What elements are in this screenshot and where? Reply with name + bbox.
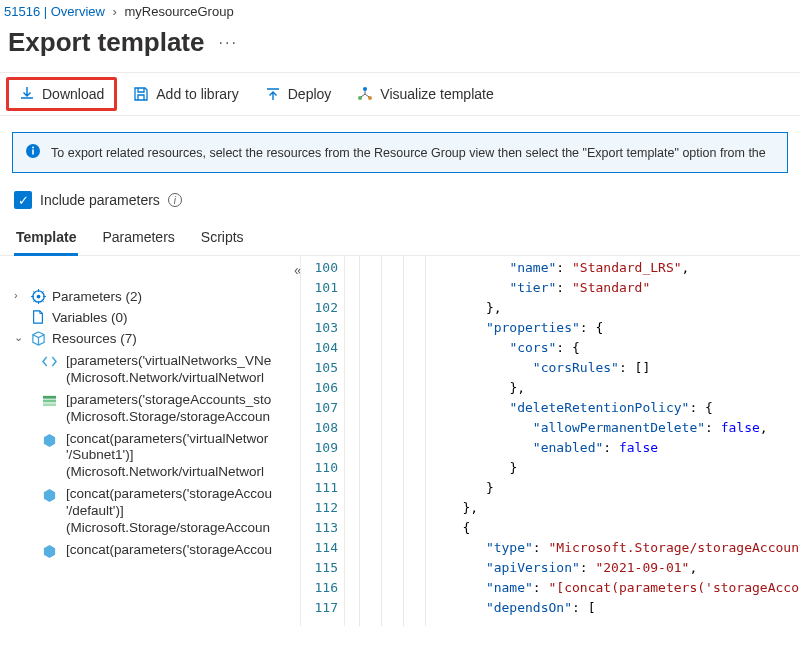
breadcrumb: 51516 | Overview › myResourceGroup <box>0 0 800 21</box>
cube-icon <box>30 331 46 346</box>
tree-variables-node[interactable]: Variables (0) <box>14 307 300 328</box>
tree-variables-label: Variables (0) <box>52 310 128 325</box>
visualize-template-button[interactable]: Visualize template <box>347 80 503 108</box>
code-content: "name": "Standard_LRS", "tier": "Standar… <box>345 256 800 626</box>
file-icon <box>30 310 46 324</box>
resource-tree-item[interactable]: [concat(parameters('virtualNetwor'/Subne… <box>36 427 300 483</box>
page-title: Export template <box>8 27 205 58</box>
svg-point-7 <box>36 295 40 299</box>
svg-point-5 <box>32 147 34 149</box>
chevron-right-icon: › <box>109 4 121 19</box>
tab-scripts[interactable]: Scripts <box>199 223 246 255</box>
info-bar-text: To export related resources, select the … <box>51 146 766 160</box>
resource-icon <box>42 394 58 410</box>
code-editor[interactable]: 1001011021031041051061071081091101111121… <box>300 256 800 626</box>
download-icon <box>19 86 35 102</box>
resource-icon <box>42 433 58 451</box>
tab-parameters[interactable]: Parameters <box>100 223 176 255</box>
gear-icon <box>30 289 46 304</box>
download-button[interactable]: Download <box>6 77 117 111</box>
resource-tree-item[interactable]: [concat(parameters('storageAccou'/defaul… <box>36 482 300 538</box>
visualize-label: Visualize template <box>380 86 493 102</box>
tab-template[interactable]: Template <box>14 223 78 256</box>
page-title-row: Export template ··· <box>0 21 800 72</box>
tree-resources-node[interactable]: ⌄ Resources (7) <box>14 328 300 349</box>
save-icon <box>133 86 149 102</box>
tree-parameters-node[interactable]: › Parameters (2) <box>14 286 300 307</box>
add-to-library-label: Add to library <box>156 86 238 102</box>
line-numbers: 1001011021031041051061071081091101111121… <box>301 256 345 626</box>
more-icon[interactable]: ··· <box>219 34 238 52</box>
template-tree: « › Parameters (2) Variables (0) ⌄ Resou… <box>0 256 300 626</box>
deploy-label: Deploy <box>288 86 332 102</box>
resource-items: [parameters('virtualNetworks_VNe(Microso… <box>14 349 300 563</box>
include-parameters-row: ✓ Include parameters i <box>0 185 800 217</box>
resource-icon <box>42 488 58 506</box>
breadcrumb-overview-link[interactable]: 51516 | Overview <box>4 4 105 19</box>
upload-icon <box>265 86 281 102</box>
svg-rect-9 <box>43 399 56 402</box>
svg-point-0 <box>363 87 367 91</box>
command-bar: Download Add to library Deploy Visualize… <box>0 72 800 116</box>
include-parameters-label: Include parameters <box>40 192 160 208</box>
tree-resources-label: Resources (7) <box>52 331 137 346</box>
add-to-library-button[interactable]: Add to library <box>123 80 248 108</box>
info-bar: To export related resources, select the … <box>12 132 788 173</box>
info-icon <box>25 143 41 162</box>
chevron-right-icon: › <box>14 289 24 301</box>
tree-parameters-label: Parameters (2) <box>52 289 142 304</box>
resource-icon <box>42 544 58 562</box>
resource-tree-item[interactable]: [parameters('storageAccounts_sto(Microso… <box>36 388 300 427</box>
help-icon[interactable]: i <box>168 193 182 207</box>
svg-rect-8 <box>43 396 56 399</box>
resource-tree-item[interactable]: [concat(parameters('storageAccou <box>36 538 300 563</box>
resource-icon <box>42 355 58 371</box>
breadcrumb-current[interactable]: myResourceGroup <box>125 4 234 19</box>
tabs: Template Parameters Scripts <box>0 217 800 256</box>
deploy-button[interactable]: Deploy <box>255 80 342 108</box>
include-parameters-checkbox[interactable]: ✓ <box>14 191 32 209</box>
chevron-down-icon: ⌄ <box>14 331 24 344</box>
visualize-icon <box>357 86 373 102</box>
main-area: « › Parameters (2) Variables (0) ⌄ Resou… <box>0 256 800 626</box>
svg-rect-10 <box>43 403 56 406</box>
svg-rect-4 <box>32 150 34 155</box>
download-label: Download <box>42 86 104 102</box>
resource-tree-item[interactable]: [parameters('virtualNetworks_VNe(Microso… <box>36 349 300 388</box>
